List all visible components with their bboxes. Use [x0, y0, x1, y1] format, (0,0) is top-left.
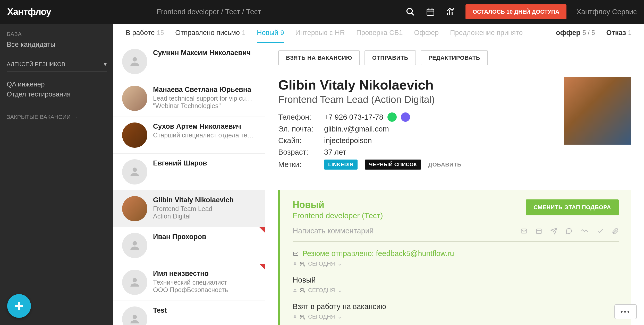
avatar	[122, 196, 147, 221]
search-icon[interactable]	[405, 7, 416, 17]
age-label: Возраст:	[278, 148, 324, 156]
candidate-item[interactable]: Сумкин Максим Николаевич	[113, 43, 265, 80]
mail-icon[interactable]	[520, 227, 528, 235]
activity-text: Новый	[293, 276, 316, 284]
activity-text: Взят в работу на вакансию	[293, 302, 386, 311]
whatsapp-icon[interactable]	[387, 112, 397, 122]
service-link[interactable]: Хантфлоу Сервис	[576, 8, 637, 16]
email-label: Эл. почта:	[278, 125, 324, 133]
stage-subtitle[interactable]: Frontend developer (Тест)	[293, 211, 383, 220]
svg-point-20	[294, 262, 296, 264]
stage-box: Новый Frontend developer (Тест) СМЕНИТЬ …	[278, 190, 631, 325]
candidate-item[interactable]: Имя неизвестноТехнический специалистООО …	[113, 264, 265, 301]
sidebar-vacancy-item[interactable]: Отдел тестирования	[7, 90, 107, 98]
tab-Предложение принято[interactable]: Предложение принято	[450, 24, 523, 43]
candidate-name: Glibin Vitaly Nikolaevich	[153, 196, 258, 204]
tab-Интервью с HR[interactable]: Интервью с HR	[295, 24, 345, 43]
phone-value: +7 926 073-17-78	[324, 113, 383, 121]
candidate-name: Манаева Светлана Юрьевна	[153, 86, 258, 94]
chevron-down-icon[interactable]: ⌄	[337, 313, 342, 320]
tab-В работе[interactable]: В работе15	[126, 24, 164, 43]
action-button[interactable]: ОТПРАВИТЬ	[365, 50, 416, 65]
svg-point-12	[133, 168, 137, 172]
avatar	[122, 159, 147, 185]
candidate-item[interactable]: Glibin Vitaly NikolaevichFrontend Team L…	[113, 190, 265, 227]
activity-text[interactable]: Резюме отправлено: feedback5@huntflow.ru	[302, 249, 454, 258]
candidate-item[interactable]: Сухов Артем НиколаевичСтарший специалист…	[113, 117, 265, 154]
action-button[interactable]: ВЗЯТЬ НА ВАКАНСИЮ	[278, 50, 360, 65]
svg-point-15	[133, 315, 137, 319]
tab-Оффер[interactable]: Оффер	[414, 24, 439, 43]
activity-item: НовыйЯ,СЕГОДНЯ⌄	[293, 276, 619, 294]
attach-icon[interactable]	[612, 227, 619, 235]
candidate-item[interactable]: Манаева Светлана ЮрьевнаLead technical s…	[113, 80, 265, 117]
arrow-right-icon: →	[72, 114, 78, 120]
candidate-name: Сухов Артем Николаевич	[153, 122, 258, 130]
sidebar-vacancy-item[interactable]: QA инженер	[7, 80, 107, 88]
tab-right-Отказ[interactable]: Отказ1	[606, 24, 632, 43]
chevron-down-icon[interactable]: ⌄	[337, 287, 342, 294]
candidate-detail: ВЗЯТЬ НА ВАКАНСИЮОТПРАВИТЬРЕДАКТИРОВАТЬ …	[265, 43, 644, 325]
avatar	[122, 86, 147, 111]
trial-button[interactable]: ОСТАЛОСЬ 10 ДНЕЙ ДОСТУПА	[465, 4, 567, 19]
svg-point-14	[133, 278, 137, 282]
handshake-icon[interactable]	[580, 227, 589, 235]
stats-icon[interactable]	[445, 7, 456, 17]
candidate-name: Иван Прохоров	[153, 233, 258, 241]
avatar	[122, 233, 147, 258]
logo[interactable]: Хантфлоу	[7, 6, 51, 17]
candidate-name: Сумкин Максим Николаевич	[153, 49, 258, 57]
svg-point-11	[133, 57, 137, 62]
sidebar-all-candidates[interactable]: Все кандидаты	[7, 41, 107, 49]
chat-icon[interactable]	[565, 227, 572, 235]
phone-label: Телефон:	[278, 113, 324, 121]
header: Хантфлоу Frontend developer / Тест / Тес…	[0, 0, 644, 24]
candidate-position: Frontend Team Lead (Action Digital)	[278, 94, 553, 105]
age-value: 37 лет	[324, 148, 346, 156]
send-icon[interactable]	[550, 227, 557, 235]
user-selector[interactable]: АЛЕКСЕЙ РЕЗНИКОВ ▾	[7, 61, 107, 72]
candidate-name: Евгений Шаров	[153, 159, 258, 167]
svg-point-0	[407, 8, 412, 14]
candidate-name: Test	[153, 306, 258, 314]
avatar	[122, 270, 147, 295]
skype-value: injectedpoison	[324, 136, 372, 145]
svg-point-13	[133, 241, 137, 245]
chevron-down-icon[interactable]: ⌄	[337, 260, 342, 267]
candidate-name: Glibin Vitaly Nikolaevich	[278, 77, 553, 93]
candidate-item[interactable]: Test	[113, 301, 265, 325]
tag[interactable]: LINKEDIN	[324, 160, 358, 170]
tag[interactable]: ЧЕРНЫЙ СПИСОК	[365, 160, 421, 170]
calendar-small-icon[interactable]	[535, 227, 543, 235]
viber-icon[interactable]	[401, 112, 410, 122]
closed-vacancies[interactable]: ЗАКРЫТЫЕ ВАКАНСИИ →	[7, 114, 107, 120]
tab-right-оффер[interactable]: оффер5 / 5	[556, 24, 595, 43]
breadcrumb[interactable]: Frontend developer / Тест / Тест	[157, 8, 261, 16]
add-tag-button[interactable]: ДОБАВИТЬ	[428, 161, 462, 168]
closed-label: ЗАКРЫТЫЕ ВАКАНСИИ	[7, 114, 71, 120]
attention-marker	[259, 227, 265, 233]
sidebar: БАЗА Все кандидаты АЛЕКСЕЙ РЕЗНИКОВ ▾ QA…	[0, 24, 113, 325]
check-icon[interactable]	[597, 227, 604, 235]
change-stage-button[interactable]: СМЕНИТЬ ЭТАП ПОДБОРА	[526, 199, 619, 215]
candidate-item[interactable]: Иван Прохоров	[113, 227, 265, 264]
calendar-icon[interactable]	[425, 7, 436, 17]
chat-widget[interactable]: •••	[614, 304, 637, 319]
avatar	[122, 122, 147, 148]
add-button[interactable]	[7, 294, 31, 318]
attention-marker	[259, 264, 265, 270]
comment-input[interactable]: Написать комментарий	[293, 227, 520, 235]
tab-Проверка СБ1[interactable]: Проверка СБ1	[356, 24, 403, 43]
svg-rect-2	[427, 9, 434, 15]
activity-item: Взят в работу на вакансиюЯ,СЕГОДНЯ⌄	[293, 302, 619, 320]
email-value[interactable]: glibin.v@gmail.com	[324, 125, 389, 133]
action-button[interactable]: РЕДАКТИРОВАТЬ	[421, 50, 488, 65]
candidate-list: Сумкин Максим НиколаевичМанаева Светлана…	[113, 43, 265, 325]
avatar	[122, 49, 147, 74]
svg-point-21	[294, 289, 296, 290]
candidate-item[interactable]: Евгений Шаров	[113, 154, 265, 190]
svg-line-1	[411, 13, 414, 15]
tab-Отправлено письмо[interactable]: Отправлено письмо1	[175, 24, 245, 43]
candidate-name: Имя неизвестно	[153, 270, 258, 278]
tab-Новый[interactable]: Новый9	[257, 24, 284, 43]
